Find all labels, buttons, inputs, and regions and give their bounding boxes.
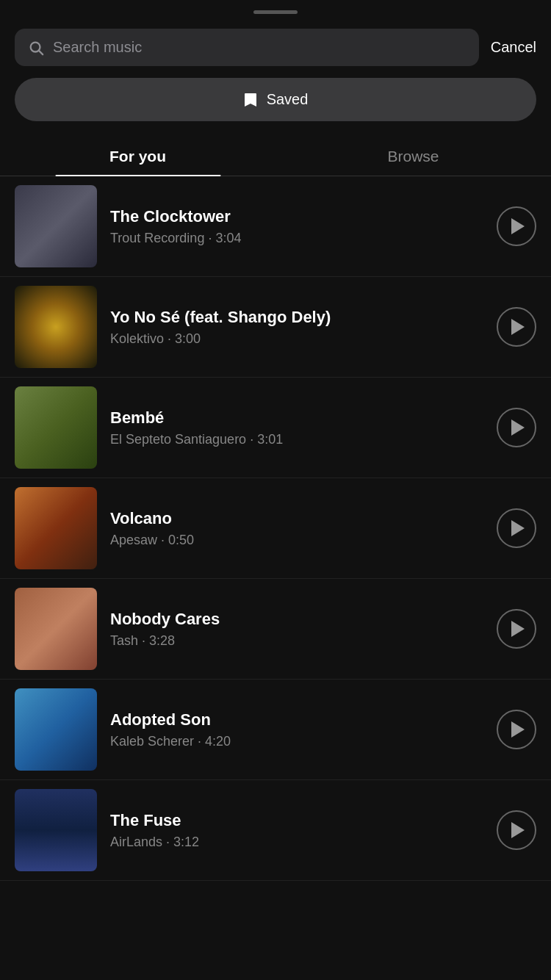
track-item: Bembé El Septeto Santiaguero · 3:01 bbox=[0, 378, 551, 478]
search-icon bbox=[28, 40, 44, 56]
saved-button[interactable]: Saved bbox=[15, 78, 536, 121]
tab-for-you[interactable]: For you bbox=[0, 136, 276, 176]
track-info: Volcano Apesaw · 0:50 bbox=[110, 509, 483, 548]
track-item: Volcano Apesaw · 0:50 bbox=[0, 478, 551, 579]
tab-browse[interactable]: Browse bbox=[276, 136, 551, 176]
svg-line-1 bbox=[39, 51, 43, 54]
track-meta: Kaleb Scherer · 4:20 bbox=[110, 734, 483, 749]
track-info: The Fuse AirLands · 3:12 bbox=[110, 811, 483, 850]
play-button[interactable] bbox=[497, 609, 536, 649]
track-title: Bembé bbox=[110, 408, 483, 428]
tabs: For you Browse bbox=[0, 136, 551, 176]
play-icon bbox=[511, 822, 525, 838]
play-icon bbox=[511, 721, 525, 738]
search-row: Search music Cancel bbox=[0, 21, 551, 78]
track-art bbox=[15, 789, 97, 871]
track-info: Bembé El Septeto Santiaguero · 3:01 bbox=[110, 408, 483, 447]
play-button[interactable] bbox=[497, 508, 536, 548]
track-title: The Fuse bbox=[110, 811, 483, 830]
play-icon bbox=[511, 319, 525, 335]
track-title: The Clocktower bbox=[110, 207, 483, 226]
track-item: The Clocktower Trout Recording · 3:04 bbox=[0, 176, 551, 277]
play-icon bbox=[511, 520, 525, 536]
track-info: Yo No Sé (feat. Shango Dely) Kolektivo ·… bbox=[110, 308, 483, 347]
play-button[interactable] bbox=[497, 408, 536, 447]
saved-label: Saved bbox=[267, 91, 309, 108]
play-button[interactable] bbox=[497, 710, 536, 749]
cancel-button[interactable]: Cancel bbox=[491, 36, 536, 59]
track-meta: Tash · 3:28 bbox=[110, 633, 483, 649]
play-icon bbox=[511, 419, 525, 436]
track-item: Yo No Sé (feat. Shango Dely) Kolektivo ·… bbox=[0, 277, 551, 378]
track-item: Adopted Son Kaleb Scherer · 4:20 bbox=[0, 680, 551, 780]
track-art bbox=[15, 588, 97, 670]
track-title: Yo No Sé (feat. Shango Dely) bbox=[110, 308, 483, 327]
track-title: Volcano bbox=[110, 509, 483, 528]
track-info: Adopted Son Kaleb Scherer · 4:20 bbox=[110, 710, 483, 749]
play-icon bbox=[511, 218, 525, 234]
search-box[interactable]: Search music bbox=[15, 29, 479, 66]
bookmark-icon bbox=[243, 92, 258, 108]
drag-handle bbox=[0, 0, 551, 21]
track-meta: Apesaw · 0:50 bbox=[110, 533, 483, 548]
track-title: Adopted Son bbox=[110, 710, 483, 729]
track-title: Nobody Cares bbox=[110, 610, 483, 629]
play-button[interactable] bbox=[497, 307, 536, 347]
track-meta: Trout Recording · 3:04 bbox=[110, 231, 483, 246]
track-list: The Clocktower Trout Recording · 3:04 Yo… bbox=[0, 176, 551, 881]
track-meta: AirLands · 3:12 bbox=[110, 835, 483, 850]
track-art bbox=[15, 185, 97, 267]
play-button[interactable] bbox=[497, 810, 536, 850]
play-icon bbox=[511, 621, 525, 637]
track-art bbox=[15, 688, 97, 771]
track-info: The Clocktower Trout Recording · 3:04 bbox=[110, 207, 483, 246]
play-button[interactable] bbox=[497, 206, 536, 246]
track-item: The Fuse AirLands · 3:12 bbox=[0, 780, 551, 881]
track-info: Nobody Cares Tash · 3:28 bbox=[110, 610, 483, 649]
track-meta: Kolektivo · 3:00 bbox=[110, 331, 483, 347]
search-placeholder: Search music bbox=[53, 39, 142, 56]
track-art bbox=[15, 386, 97, 469]
track-item: Nobody Cares Tash · 3:28 bbox=[0, 579, 551, 680]
track-art bbox=[15, 286, 97, 368]
track-art bbox=[15, 487, 97, 569]
track-meta: El Septeto Santiaguero · 3:01 bbox=[110, 432, 483, 447]
